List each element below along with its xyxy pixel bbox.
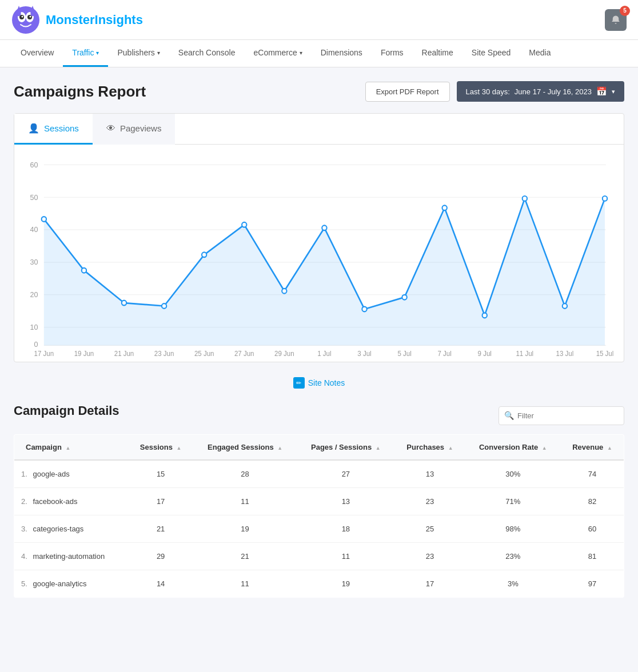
nav-item-ecommerce[interactable]: eCommerce ▾: [244, 40, 311, 67]
cell-campaign-3: 4. marketing-automation: [14, 543, 129, 570]
export-pdf-button[interactable]: Export PDF Report: [365, 82, 450, 102]
svg-point-6: [30, 15, 31, 17]
col-engaged-sessions[interactable]: Engaged Sessions ▲: [193, 435, 297, 461]
svg-point-24: [82, 268, 86, 273]
nav-item-dimensions[interactable]: Dimensions: [312, 40, 372, 67]
logo-area: MonsterInsights: [11, 6, 605, 34]
campaign-name-0: google-ads: [33, 470, 69, 478]
campaign-sort-icon: ▲: [65, 445, 70, 451]
main-nav: Overview Traffic ▾ Publishers ▾ Search C…: [0, 40, 638, 67]
cell-sessions-2: 21: [129, 515, 193, 543]
page-title: Campaigns Report: [14, 83, 146, 101]
eye-icon: 👁: [106, 123, 115, 134]
cell-sessions-3: 29: [129, 543, 193, 570]
cell-conversion-0: 30%: [465, 460, 561, 488]
cell-purchases-4: 17: [394, 570, 465, 598]
revenue-sort-icon: ▲: [607, 445, 612, 451]
bell-icon: [611, 15, 621, 25]
engaged-sessions-sort-icon: ▲: [277, 445, 282, 451]
sessions-sort-icon: ▲: [177, 445, 182, 451]
notification-badge: 5: [620, 6, 630, 16]
cell-revenue-1: 82: [561, 488, 624, 515]
campaign-name-1: facebook-ads: [33, 497, 77, 506]
row-num-2: 3.: [21, 525, 27, 533]
cell-pages-2: 18: [297, 515, 394, 543]
cell-campaign-2: 3. categories-tags: [14, 515, 129, 543]
svg-text:30: 30: [30, 258, 38, 266]
cell-purchases-1: 23: [394, 488, 465, 515]
cell-sessions-4: 14: [129, 570, 193, 598]
nav-item-forms[interactable]: Forms: [372, 40, 413, 67]
svg-text:29 Jun: 29 Jun: [274, 350, 294, 356]
col-sessions[interactable]: Sessions ▲: [129, 435, 193, 461]
filter-input-wrap: 🔍: [499, 406, 624, 425]
col-conversion-rate[interactable]: Conversion Rate ▲: [465, 435, 561, 461]
col-pages-sessions[interactable]: Pages / Sessions ▲: [297, 435, 394, 461]
cell-pages-0: 27: [297, 460, 394, 488]
cell-pages-1: 13: [297, 488, 394, 515]
main-content: Campaigns Report Export PDF Report Last …: [0, 67, 638, 611]
svg-text:21 Jun: 21 Jun: [114, 350, 134, 356]
cell-pages-4: 19: [297, 570, 394, 598]
cell-conversion-1: 71%: [465, 488, 561, 515]
row-num-1: 2.: [21, 497, 27, 506]
site-notes-button[interactable]: ✏ Site Notes: [286, 374, 352, 392]
cell-conversion-4: 3%: [465, 570, 561, 598]
col-campaign[interactable]: Campaign ▲: [14, 435, 129, 461]
svg-text:15 Jul: 15 Jul: [596, 350, 614, 356]
table-row: 4. marketing-automation 29 21 11 23 23% …: [14, 543, 624, 570]
date-range-value: June 17 - July 16, 2023: [515, 87, 592, 96]
svg-point-33: [442, 205, 446, 210]
svg-point-29: [282, 289, 286, 294]
nav-item-site-speed[interactable]: Site Speed: [462, 40, 520, 67]
campaign-name-2: categories-tags: [33, 525, 83, 533]
filter-input[interactable]: [499, 406, 624, 425]
site-notes-label: Site Notes: [308, 378, 345, 387]
purchases-sort-icon: ▲: [448, 445, 453, 451]
svg-text:25 Jun: 25 Jun: [194, 350, 214, 356]
tab-pageviews[interactable]: 👁 Pageviews: [93, 114, 176, 145]
cell-engaged-0: 28: [193, 460, 297, 488]
monster-logo-icon: [11, 6, 40, 34]
notifications-button[interactable]: 5: [605, 9, 627, 31]
sessions-chart: 60 50 40 30 20 10 0: [20, 156, 618, 356]
row-num-4: 5.: [21, 579, 27, 588]
pages-sessions-sort-icon: ▲: [376, 445, 381, 451]
app-name-accent: Insights: [95, 13, 143, 27]
date-range-button[interactable]: Last 30 days: June 17 - July 16, 2023 📅 …: [457, 81, 624, 102]
nav-item-media[interactable]: Media: [520, 40, 560, 67]
nav-item-traffic[interactable]: Traffic ▾: [63, 40, 108, 67]
nav-item-publishers[interactable]: Publishers ▾: [108, 40, 169, 67]
nav-item-overview[interactable]: Overview: [11, 40, 63, 67]
nav-item-search-console[interactable]: Search Console: [169, 40, 245, 67]
svg-text:0: 0: [34, 339, 38, 348]
svg-text:1 Jul: 1 Jul: [317, 350, 331, 356]
publishers-chevron-icon: ▾: [157, 50, 160, 56]
svg-point-35: [523, 196, 527, 201]
svg-text:50: 50: [30, 193, 38, 201]
campaigns-table: Campaign ▲ Sessions ▲ Engaged Sessions ▲…: [14, 434, 624, 598]
nav-item-realtime[interactable]: Realtime: [413, 40, 462, 67]
svg-text:17 Jun: 17 Jun: [34, 350, 54, 356]
cell-engaged-2: 19: [193, 515, 297, 543]
col-purchases[interactable]: Purchases ▲: [394, 435, 465, 461]
svg-text:20: 20: [30, 290, 38, 299]
section-title: Campaign Details: [14, 403, 119, 418]
svg-text:11 Jul: 11 Jul: [516, 350, 533, 356]
person-icon: 👤: [28, 123, 39, 134]
svg-text:5 Jul: 5 Jul: [397, 350, 411, 356]
svg-point-25: [122, 301, 126, 306]
pencil-icon: ✏: [293, 377, 305, 389]
svg-text:9 Jul: 9 Jul: [478, 350, 492, 356]
header-actions: Export PDF Report Last 30 days: June 17 …: [365, 81, 624, 102]
svg-rect-8: [31, 10, 34, 16]
tab-sessions[interactable]: 👤 Sessions: [14, 114, 93, 145]
cell-revenue-2: 60: [561, 515, 624, 543]
site-notes-row: ✏ Site Notes: [14, 368, 624, 403]
campaign-name-3: marketing-automation: [33, 552, 105, 561]
cell-revenue-4: 97: [561, 570, 624, 598]
svg-point-34: [483, 313, 487, 318]
calendar-icon: 📅: [596, 86, 607, 97]
col-revenue[interactable]: Revenue ▲: [561, 435, 624, 461]
svg-point-32: [402, 295, 406, 300]
